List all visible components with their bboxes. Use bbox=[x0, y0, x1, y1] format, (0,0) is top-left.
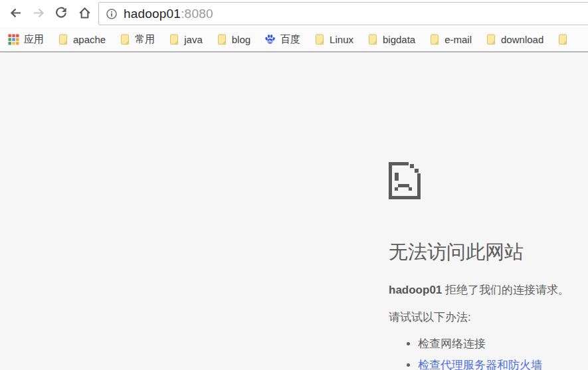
bookmark-label: apache bbox=[73, 34, 106, 45]
error-title: 无法访问此网站 bbox=[389, 240, 588, 264]
folder-icon bbox=[169, 34, 179, 45]
bookmark-folder-email[interactable]: e-mail bbox=[429, 34, 472, 45]
bookmark-folder-partial[interactable] bbox=[557, 34, 568, 45]
error-host: hadoop01 bbox=[389, 284, 442, 296]
bookmark-label: blog bbox=[232, 34, 250, 45]
bookmark-folder-linux[interactable]: Linux bbox=[314, 34, 353, 45]
error-box: 无法访问此网站 hadoop01 拒绝了我们的连接请求。 请试试以下办法: 检查… bbox=[389, 162, 588, 370]
bookmark-label: 应用 bbox=[24, 33, 44, 46]
folder-icon bbox=[314, 34, 325, 45]
folder-icon bbox=[58, 34, 68, 45]
baidu-paw-icon: du bbox=[264, 34, 276, 45]
bookmark-label: 百度 bbox=[280, 33, 300, 46]
bookmark-label: download bbox=[501, 34, 543, 45]
apps-shortcut[interactable]: 应用 bbox=[8, 33, 44, 46]
url-host: hadoop01 bbox=[124, 7, 181, 21]
page-content: 无法访问此网站 hadoop01 拒绝了我们的连接请求。 请试试以下办法: 检查… bbox=[0, 52, 588, 370]
suggestion-item: 检查代理服务器和防火墙 bbox=[418, 355, 588, 370]
info-circle-icon[interactable] bbox=[106, 8, 118, 20]
suggestions-heading: 请试试以下办法: bbox=[389, 310, 588, 325]
bookmark-folder-blog[interactable]: blog bbox=[217, 34, 250, 45]
bookmark-label: 常用 bbox=[135, 33, 155, 46]
error-message-text: 拒绝了我们的连接请求。 bbox=[442, 284, 569, 296]
bookmark-baidu[interactable]: du 百度 bbox=[264, 33, 300, 46]
bookmark-label: java bbox=[184, 34, 203, 45]
folder-icon bbox=[429, 34, 440, 45]
bookmark-folder-apache[interactable]: apache bbox=[58, 34, 106, 45]
bookmarks-bar: 应用 apache 常用 java blog bbox=[0, 27, 588, 52]
home-button[interactable] bbox=[76, 6, 92, 22]
bookmark-label: Linux bbox=[330, 34, 353, 45]
folder-icon bbox=[217, 34, 227, 45]
bookmark-folder-bigdata[interactable]: bigdata bbox=[367, 34, 415, 45]
forward-arrow-icon bbox=[32, 6, 46, 23]
bookmark-folder-changyong[interactable]: 常用 bbox=[120, 33, 155, 46]
bookmark-label: bigdata bbox=[383, 34, 415, 45]
error-message: hadoop01 拒绝了我们的连接请求。 bbox=[389, 282, 588, 298]
back-button[interactable] bbox=[7, 6, 23, 22]
svg-text:du: du bbox=[268, 39, 272, 43]
apps-grid-icon bbox=[8, 34, 19, 45]
suggestion-check-network: 检查网络连接 bbox=[418, 333, 588, 355]
suggestions-list: 检查网络连接 检查代理服务器和防火墙 bbox=[389, 333, 588, 370]
suggestion-check-proxy-link[interactable]: 检查代理服务器和防火墙 bbox=[418, 359, 542, 370]
home-icon bbox=[78, 6, 92, 23]
folder-icon bbox=[557, 34, 568, 45]
address-bar[interactable]: hadoop01:8080 bbox=[98, 2, 588, 25]
reload-icon bbox=[54, 6, 68, 22]
folder-icon bbox=[367, 34, 378, 45]
url-port: :8080 bbox=[181, 7, 213, 21]
folder-icon bbox=[120, 34, 130, 45]
bookmark-label: e-mail bbox=[444, 34, 472, 45]
folder-icon bbox=[486, 34, 496, 45]
browser-toolbar: hadoop01:8080 bbox=[0, 0, 588, 27]
sad-file-icon bbox=[389, 162, 588, 202]
bookmark-folder-download[interactable]: download bbox=[486, 34, 543, 45]
reload-button[interactable] bbox=[53, 6, 69, 22]
back-arrow-icon bbox=[9, 6, 23, 23]
bookmark-folder-java[interactable]: java bbox=[169, 34, 203, 45]
forward-button[interactable] bbox=[31, 6, 47, 22]
